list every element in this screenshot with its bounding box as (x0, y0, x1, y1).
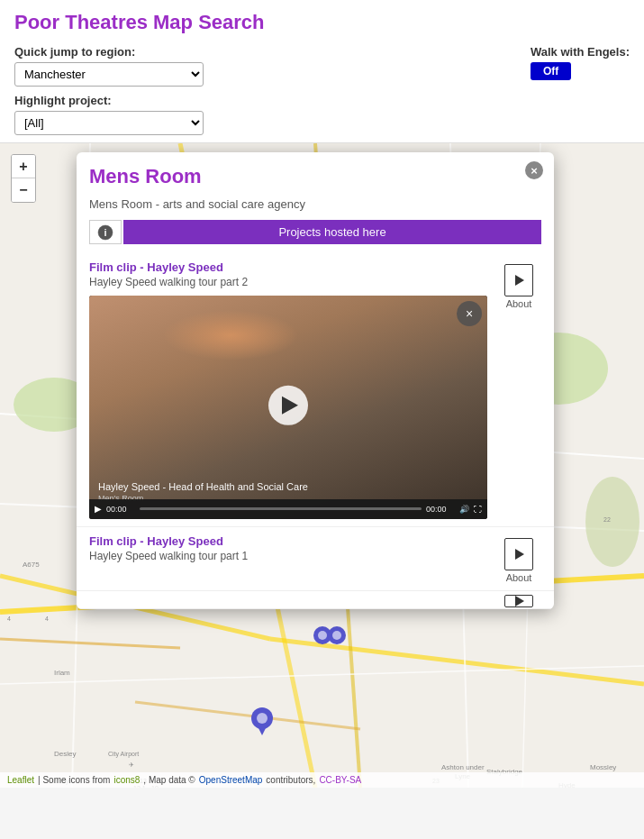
map-marker-cluster[interactable] (306, 621, 353, 653)
highlight-select[interactable]: [All] (14, 111, 204, 135)
tab-projects-button[interactable]: Projects hosted here (123, 220, 541, 244)
clip-about-2[interactable]: About (506, 572, 532, 583)
video-controls-bar-1: ▶ 00:00 00:00 🔊 ⛶ (89, 499, 487, 519)
map-marker-single[interactable] (250, 707, 274, 742)
map-container[interactable]: A675 4 4 162 22 Desley Astley Eccles Sal… (0, 143, 644, 788)
tab-bar: i Projects hosted here (77, 220, 554, 253)
highlight-row: Highlight project: [All] (14, 94, 630, 135)
map-footer: Leaflet | Some icons from icons8 , Map d… (0, 772, 644, 788)
clip-file-icon-2 (504, 538, 533, 570)
clip-about-1[interactable]: About (506, 298, 532, 309)
clip-main-2: Film clip - Hayley Speed Hayley Speed wa… (89, 534, 487, 570)
clip-subtitle-1: Hayley Speed walking tour part 2 (89, 276, 487, 288)
clip-item-3-partial (77, 591, 554, 609)
highlight-label: Highlight project: (14, 94, 630, 107)
app-title: Poor Theatres Map Search (14, 11, 630, 34)
video-close-button-1[interactable]: × (457, 301, 482, 326)
controls-row: Quick jump to region: Manchester London … (14, 45, 630, 87)
clip-main-1: Film clip - Hayley Speed Hayley Speed wa… (89, 260, 487, 519)
popup-close-button[interactable]: × (525, 161, 543, 179)
svg-text:Mossley: Mossley (590, 763, 616, 771)
play-triangle-1 (282, 397, 298, 415)
clip-side-1: About (496, 260, 541, 309)
clip-item-1: Film clip - Hayley Speed Hayley Speed wa… (77, 253, 554, 527)
clip-title-2: Film clip - Hayley Speed (89, 534, 487, 548)
video-play-button-1[interactable] (268, 386, 308, 425)
map-footer-sep1: | Some icons from (38, 775, 110, 785)
clip-item-2: Film clip - Hayley Speed Hayley Speed wa… (77, 527, 554, 591)
video-player-1[interactable]: Hayley Speed - Head of Health and Social… (89, 296, 487, 519)
volume-icon-1[interactable]: 🔊 (459, 505, 469, 514)
svg-text:City Airport: City Airport (108, 751, 139, 758)
region-control: Quick jump to region: Manchester London … (14, 45, 204, 87)
walk-toggle[interactable]: Off (531, 62, 571, 80)
icons8-link[interactable]: icons8 (113, 775, 140, 785)
clip-side-2: About (496, 534, 541, 583)
svg-text:Irlam: Irlam (54, 669, 70, 677)
tab-about-icon[interactable]: i (89, 220, 122, 244)
cc-link[interactable]: CC-BY-SA (319, 775, 361, 785)
svg-text:Ashton under: Ashton under (441, 763, 485, 771)
region-label: Quick jump to region: (14, 45, 204, 59)
svg-text:4: 4 (45, 616, 49, 622)
popup-subtitle: Mens Room - arts and social care agency (77, 197, 554, 220)
file-play-triangle-2 (515, 549, 524, 560)
clip-file-icon-1 (504, 264, 533, 296)
fullscreen-icon-1[interactable]: ⛶ (474, 505, 482, 514)
svg-point-59 (318, 631, 327, 640)
svg-text:i: i (104, 227, 106, 238)
header: Poor Theatres Map Search Quick jump to r… (0, 0, 644, 143)
file-play-triangle-1 (515, 275, 524, 286)
svg-text:A675: A675 (23, 561, 40, 569)
svg-point-62 (332, 631, 341, 640)
walk-label: Walk with Engels: (531, 45, 630, 59)
svg-text:✈: ✈ (129, 761, 134, 768)
walk-control: Walk with Engels: Off (531, 45, 630, 80)
svg-text:4: 4 (7, 616, 11, 622)
zoom-out-button[interactable]: − (12, 178, 35, 202)
file-play-triangle-3 (515, 596, 524, 606)
leaflet-link[interactable]: Leaflet (7, 775, 34, 785)
map-footer-sep2: , Map data © (143, 775, 195, 785)
info-icon: i (97, 224, 113, 241)
zoom-in-button[interactable]: + (12, 155, 35, 178)
svg-point-14 (585, 477, 639, 567)
svg-point-65 (257, 713, 268, 724)
svg-text:22: 22 (603, 516, 611, 523)
svg-text:Desley: Desley (54, 750, 76, 758)
video-text-overlay-1: Hayley Speed - Head of Health and Social… (98, 481, 308, 492)
map-markers-cluster[interactable] (306, 621, 353, 653)
popup-content[interactable]: Film clip - Hayley Speed Hayley Speed wa… (77, 253, 554, 609)
map-marker-svg[interactable] (250, 707, 274, 739)
popup-header: Mens Room × (77, 152, 554, 197)
region-select[interactable]: Manchester London Birmingham Leeds (14, 62, 204, 87)
location-popup: Mens Room × Mens Room - arts and social … (77, 152, 554, 609)
clip-side-3 (496, 595, 541, 605)
video-progress-1[interactable] (140, 507, 422, 510)
clip-title-1: Film clip - Hayley Speed (89, 260, 487, 274)
video-time2-1: 00:00 (426, 505, 455, 514)
map-footer-sep3: contributors, (266, 775, 315, 785)
osm-link[interactable]: OpenStreetMap (199, 775, 263, 785)
clip-subtitle-2: Hayley Speed walking tour part 1 (89, 550, 487, 562)
video-time1-1: 00:00 (106, 505, 135, 514)
zoom-controls: + − (11, 154, 36, 203)
popup-title: Mens Room (89, 165, 518, 188)
video-play-ctrl-1[interactable]: ▶ (95, 504, 102, 514)
clip-file-icon-3 (504, 595, 533, 607)
